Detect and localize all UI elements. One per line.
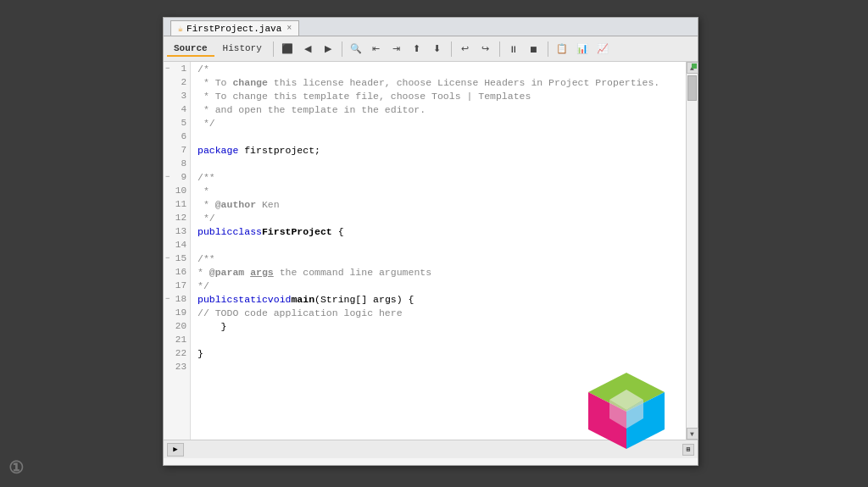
line-5: 5 — [164, 116, 190, 130]
toolbar-btn-zoom-in[interactable]: 🔍 — [347, 40, 365, 58]
code-line-22: } — [198, 346, 679, 360]
code-line-12: */ — [198, 211, 679, 224]
tab-close-button[interactable]: × — [287, 24, 292, 33]
code-line-8 — [198, 157, 679, 170]
code-line-17: */ — [198, 279, 679, 292]
code-line-18: public static void main(String[] args) { — [198, 292, 679, 306]
line-18: −18 — [164, 292, 190, 306]
toolbar-separator-1 — [273, 42, 274, 57]
code-line-13: public class FirstProject { — [198, 224, 679, 238]
toolbar-separator-4 — [499, 42, 500, 57]
toolbar-btn-5[interactable]: ⇥ — [387, 40, 406, 58]
toolbar-btn-10[interactable]: ⏸ — [504, 40, 523, 58]
tab-filename: FirstProject.java — [186, 24, 281, 34]
toolbar-btn-11[interactable]: ⏹ — [525, 40, 543, 58]
line-11: 11 — [164, 197, 190, 211]
code-line-9: /** — [198, 170, 679, 184]
file-tab[interactable]: ☕ FirstProject.java × — [170, 20, 299, 36]
line-19: 19 — [164, 306, 190, 319]
line-9: −9 — [164, 170, 190, 184]
line-20: 20 — [164, 319, 190, 333]
line-17: 17 — [164, 279, 190, 292]
toolbar-btn-2[interactable]: ◀ — [298, 40, 317, 58]
code-line-19: // TODO code application logic here — [198, 306, 679, 319]
scroll-thumb[interactable] — [687, 75, 697, 101]
code-line-16: * @param args the command line arguments — [198, 265, 679, 279]
toolbar-btn-9[interactable]: ↪ — [476, 40, 495, 58]
code-line-7: package firstproject; — [198, 143, 679, 157]
source-tab[interactable]: Source — [167, 42, 214, 57]
line-13: 13 — [164, 224, 190, 238]
toolbar-btn-3[interactable]: ▶ — [319, 40, 337, 58]
line-16: 16 — [164, 265, 190, 279]
code-line-4: * and open the template in the editor. — [198, 102, 679, 116]
code-line-2: * To change this license header, choose … — [198, 75, 679, 89]
watermark: ① — [8, 457, 24, 479]
code-line-21 — [198, 333, 679, 346]
line-14: 14 — [164, 238, 190, 252]
line-3: 3 — [164, 89, 190, 102]
toolbar: Source History ⬛ ◀ ▶ 🔍 ⇤ ⇥ ⬆ ⬇ ↩ ↪ ⏸ ⏹ 📋… — [164, 36, 698, 62]
toolbar-separator-5 — [548, 42, 548, 57]
java-file-icon: ☕ — [178, 24, 183, 34]
code-line-20: } — [198, 319, 679, 333]
toolbar-btn-14[interactable]: 📈 — [593, 40, 612, 58]
vertical-scrollbar[interactable]: ▲ ▼ — [686, 62, 698, 440]
code-line-11: * @author Ken — [198, 197, 679, 211]
scroll-down-button[interactable]: ▼ — [687, 428, 698, 440]
toolbar-btn-7[interactable]: ⬇ — [428, 40, 447, 58]
code-line-15: /** — [198, 252, 679, 265]
line-4: 4 — [164, 102, 190, 116]
history-tab[interactable]: History — [216, 42, 269, 57]
toolbar-btn-6[interactable]: ⬆ — [408, 40, 426, 58]
toolbar-separator-2 — [342, 42, 342, 57]
bottom-icon-1[interactable]: ⊞ — [682, 444, 694, 456]
line-2: 2 — [164, 75, 190, 89]
line-7: 7 — [164, 143, 190, 157]
line-15: −15 — [164, 252, 190, 265]
netbeans-logo — [571, 360, 682, 470]
toolbar-btn-13[interactable]: 📊 — [573, 40, 592, 58]
code-line-3: * To change this template file, choose T… — [198, 89, 679, 102]
code-line-14 — [198, 238, 679, 252]
line-21: 21 — [164, 333, 190, 346]
scroll-track[interactable] — [687, 74, 698, 428]
line-6: 6 — [164, 130, 190, 143]
code-line-6 — [198, 130, 679, 143]
toolbar-btn-8[interactable]: ↩ — [456, 40, 475, 58]
code-line-1: /* — [198, 62, 679, 75]
toolbar-btn-4[interactable]: ⇤ — [367, 40, 386, 58]
toolbar-btn-1[interactable]: ⬛ — [278, 40, 297, 58]
toolbar-separator-3 — [451, 42, 452, 57]
line-numbers: −1 2 3 4 5 6 7 8 −9 10 11 12 13 14 −15 1… — [164, 62, 191, 440]
expand-button[interactable]: ▶ — [167, 443, 184, 457]
toolbar-btn-12[interactable]: 📋 — [553, 40, 571, 58]
line-22: 22 — [164, 346, 190, 360]
line-12: 12 — [164, 211, 190, 224]
line-8: 8 — [164, 157, 190, 170]
scroll-indicator — [692, 64, 697, 69]
line-10: 10 — [164, 184, 190, 197]
line-1: −1 — [164, 62, 190, 75]
tab-bar: ☕ FirstProject.java × — [164, 18, 698, 36]
line-23: 23 — [164, 360, 190, 374]
code-line-10: * — [198, 184, 679, 197]
code-line-5: */ — [198, 116, 679, 130]
